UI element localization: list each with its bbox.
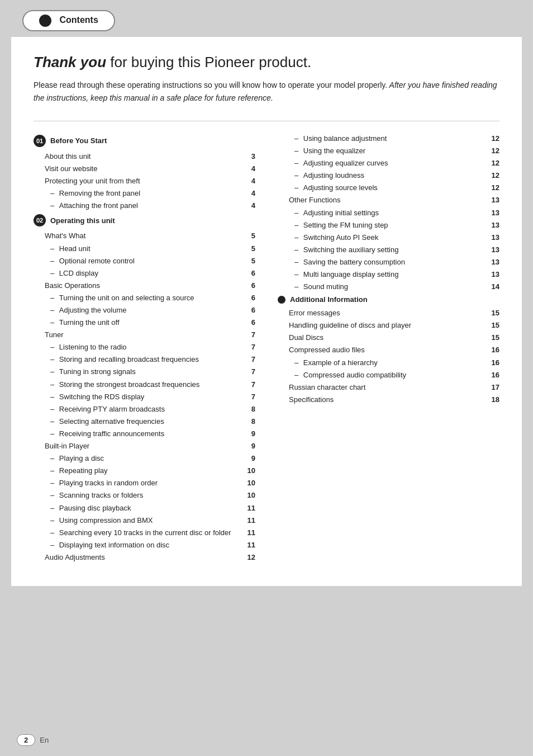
toc-entry-label: Handling guideline of discs and player [289, 319, 488, 332]
section-number: 01 [34, 135, 46, 147]
toc-entry-label: – Using the equalizer [294, 145, 488, 157]
toc-entry-label: – Switching the auxiliary setting [294, 244, 488, 256]
toc-entry: Compressed audio files16 [278, 344, 499, 356]
toc-dash: – [50, 466, 56, 475]
toc-entry: – Saving the battery consumption13 [278, 256, 499, 268]
toc-page-number: 12 [492, 145, 499, 157]
toc-entry: Tuner7 [34, 329, 255, 341]
toc-entry: Other Functions13 [278, 194, 499, 206]
section-label: Additional Information [290, 295, 368, 304]
toc-entry: Dual Discs15 [278, 332, 499, 344]
toc-page-number: 13 [492, 207, 499, 219]
toc-entry: – Playing a disc9 [34, 452, 255, 465]
toc-page-number: 11 [248, 514, 255, 527]
toc-page-number: 6 [251, 316, 255, 329]
toc-entry-label: – Storing the strongest broadcast freque… [50, 379, 248, 391]
toc-entry: – Adjusting initial settings13 [278, 207, 499, 219]
toc-entry-label: – Adjusting initial settings [294, 207, 488, 219]
toc-entry: – Receiving traffic announcements9 [34, 428, 255, 440]
toc-page-number: 12 [492, 157, 499, 169]
toc-entry: – Using the equalizer12 [278, 145, 499, 157]
toc-page-number: 17 [492, 381, 499, 394]
toc-entry-label: – Listening to the radio [50, 341, 248, 353]
toc-entry-label: – Playing a disc [50, 452, 248, 465]
toc-dash: – [294, 233, 301, 242]
toc-right-column: – Using balance adjustment12– Using the … [278, 133, 499, 406]
toc-entry-label: Dual Discs [289, 332, 488, 344]
toc-section-heading: 02Operating this unit [34, 214, 255, 226]
toc-entry: – Optional remote control5 [34, 255, 255, 267]
toc-dash: – [294, 183, 301, 192]
toc-entry: – Using balance adjustment12 [278, 133, 499, 145]
thankyou-description: Please read through these operating inst… [34, 79, 499, 104]
toc-entry: – Compressed audio compatibility16 [278, 369, 499, 381]
toc-page-number: 6 [251, 292, 255, 304]
toc-entry-label: – Turning the unit off [50, 316, 248, 329]
toc-page-number: 10 [248, 477, 255, 489]
page-number: 2 [17, 734, 35, 746]
toc-entry-label: – Adjusting equalizer curves [294, 157, 488, 169]
thankyou-title: Thank you for buying this Pioneer produc… [34, 54, 499, 71]
divider [34, 121, 499, 121]
toc-entry-label: – Selecting alternative frequencies [50, 415, 248, 428]
toc-page-number: 13 [492, 244, 499, 256]
toc-entry: Built-in Player9 [34, 440, 255, 452]
toc-page-number: 10 [248, 489, 255, 502]
toc-dash: – [50, 244, 56, 253]
toc-page-number: 5 [251, 255, 255, 267]
toc-entry: – Setting the FM tuning step13 [278, 219, 499, 231]
toc-entry-label: – Using balance adjustment [294, 133, 488, 145]
toc-page-number: 12 [492, 182, 499, 194]
toc-page-number: 7 [251, 366, 255, 378]
toc-entry-label: Error messages [289, 307, 488, 319]
toc-page-number: 11 [248, 502, 255, 514]
toc-entry: Visit our website4 [34, 163, 255, 175]
toc-entry-label: – Sound muting [294, 281, 488, 293]
toc-page-number: 3 [251, 150, 255, 163]
toc-page-number: 14 [492, 281, 499, 293]
toc-dash: – [294, 209, 301, 217]
toc-page-number: 11 [248, 539, 255, 551]
content-area: Thank you for buying this Pioneer produc… [11, 37, 522, 586]
toc-page-number: 7 [251, 379, 255, 391]
toc-dash: – [50, 528, 56, 537]
contents-tab: Contents [22, 10, 115, 31]
toc-entry: – Removing the front panel4 [34, 187, 255, 200]
page-footer: 2 En [17, 734, 49, 746]
section-label: Operating this unit [50, 216, 115, 225]
toc-dash: – [50, 479, 56, 487]
toc-entry: – Storing the strongest broadcast freque… [34, 379, 255, 391]
toc-entry-label: – Tuning in strong signals [50, 366, 248, 378]
toc-entry: – Listening to the radio7 [34, 341, 255, 353]
toc-entry: – Scanning tracks or folders10 [34, 489, 255, 502]
toc-entry: About this unit3 [34, 150, 255, 163]
toc-page-number: 11 [248, 527, 255, 539]
toc-entry-label: – Optional remote control [50, 255, 248, 267]
toc-entry: Handling guideline of discs and player15 [278, 319, 499, 332]
toc-page-number: 12 [248, 551, 255, 564]
thankyou-section: Thank you for buying this Pioneer produc… [34, 54, 499, 104]
toc-dash: – [50, 516, 56, 525]
toc-entry-label: – Using compression and BMX [50, 514, 244, 527]
toc-entry: – Storing and recalling broadcast freque… [34, 353, 255, 366]
toc-entry: – Playing tracks in random order10 [34, 477, 255, 489]
toc-page-number: 6 [251, 304, 255, 316]
toc-page-number: 6 [251, 267, 255, 280]
toc-dash: – [294, 358, 301, 367]
toc-page-number: 7 [251, 329, 255, 341]
toc-entry-label: – Setting the FM tuning step [294, 219, 488, 231]
toc-entry-label: Audio Adjustments [45, 551, 244, 564]
toc-entry-label: Visit our website [45, 163, 248, 175]
toc-entry: – Sound muting14 [278, 281, 499, 293]
toc-dash: – [50, 189, 56, 197]
toc-dash: – [294, 371, 301, 379]
toc-columns: 01Before You StartAbout this unit3Visit … [34, 133, 499, 564]
toc-page-number: 7 [251, 391, 255, 403]
language-label: En [40, 736, 49, 744]
toc-entry-label: – LCD display [50, 267, 248, 280]
toc-page-number: 4 [251, 175, 255, 187]
toc-entry-label: Tuner [45, 329, 248, 341]
toc-entry-label: Built-in Player [45, 440, 248, 452]
toc-dash: – [294, 147, 301, 155]
toc-page-number: 5 [251, 243, 255, 255]
